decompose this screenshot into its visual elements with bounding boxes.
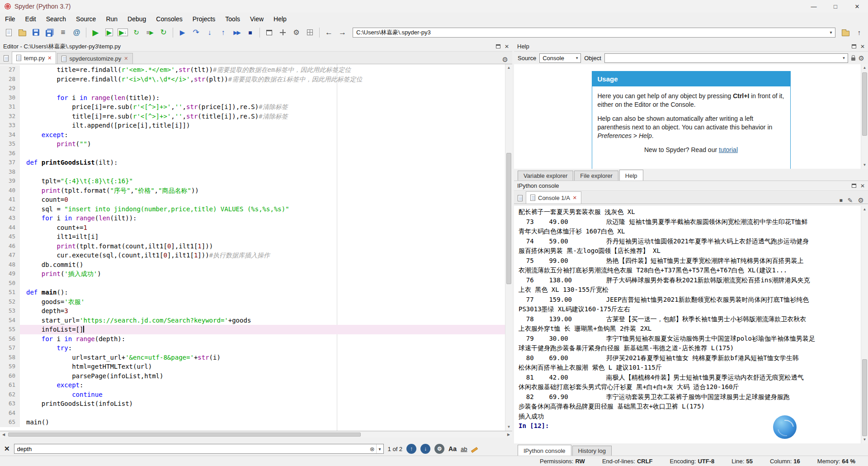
code-editor[interactable]: 27 title=re.findall(r'<em>.*</em>',str(t…: [0, 64, 512, 431]
close-tab-icon[interactable]: ✕: [47, 55, 52, 61]
close-pane-icon[interactable]: ✕: [505, 44, 509, 49]
object-combobox[interactable]: ▾: [604, 53, 848, 63]
tab-ipython-console[interactable]: IPython console: [518, 445, 571, 456]
scrollbar-thumb[interactable]: [862, 359, 867, 436]
maximize-pane-button[interactable]: [263, 26, 276, 39]
tab-file-explorer[interactable]: File explorer: [574, 171, 618, 181]
menu-item-edit[interactable]: Edit: [20, 13, 41, 25]
close-pane-icon[interactable]: ✕: [860, 44, 865, 49]
rerun-cell-button[interactable]: ↻: [130, 26, 143, 39]
scroll-up-icon[interactable]: ▲: [861, 206, 868, 213]
restart-kernel-button[interactable]: ↻: [157, 26, 170, 39]
step-return-button[interactable]: ↑: [217, 26, 230, 39]
run-cell-button[interactable]: ▶: [103, 26, 116, 39]
undock-icon[interactable]: [496, 44, 500, 48]
editor-horizontal-scrollbar[interactable]: ◀ ▶: [0, 431, 512, 437]
menu-item-file[interactable]: File: [0, 13, 20, 25]
find-previous-button[interactable]: ↑: [406, 444, 416, 454]
browse-working-directory-button[interactable]: [839, 26, 852, 39]
help-scrollbar[interactable]: ▲ ▼: [861, 64, 868, 169]
browse-tabs-button[interactable]: [514, 193, 526, 204]
menu-item-search[interactable]: Search: [41, 13, 71, 25]
scroll-right-icon[interactable]: ▶: [505, 432, 512, 437]
search-input[interactable]: [14, 446, 368, 452]
search-options-button[interactable]: ⚙: [434, 444, 444, 454]
scroll-down-icon[interactable]: ▼: [861, 436, 868, 443]
scroll-left-icon[interactable]: ◀: [0, 432, 7, 437]
print-button[interactable]: ≡: [57, 26, 70, 39]
open-file-button[interactable]: [16, 26, 29, 39]
inspect-icon[interactable]: ✎: [848, 197, 853, 204]
chevron-down-icon[interactable]: ▾: [827, 30, 835, 35]
help-options-icon[interactable]: ⚙: [859, 55, 864, 62]
menu-item-debug[interactable]: Debug: [123, 13, 151, 25]
undock-icon[interactable]: [852, 44, 856, 48]
undock-icon[interactable]: [852, 184, 856, 188]
source-select[interactable]: Console ▾: [539, 53, 581, 63]
fullscreen-button[interactable]: [276, 26, 289, 39]
scrollbar-thumb[interactable]: [8, 433, 361, 437]
menu-item-run[interactable]: Run: [101, 13, 123, 25]
interrupt-kernel-icon[interactable]: ■: [840, 198, 843, 203]
close-pane-icon[interactable]: ✕: [860, 183, 865, 189]
run-cell-advance-button[interactable]: ▶↓: [116, 26, 129, 39]
close-tab-icon[interactable]: ✕: [124, 56, 128, 62]
working-directory-combobox[interactable]: C:\Users\林嘉豪\.spyder-py3 ▾: [353, 28, 835, 38]
highlight-matches-button[interactable]: [471, 447, 478, 453]
scroll-up-icon[interactable]: ▲: [505, 64, 512, 71]
editor-pane-header[interactable]: Editor - C:\Users\林嘉豪\.spyder-py3\temp.p…: [0, 42, 512, 52]
search-history-dropdown-icon[interactable]: ▾: [376, 444, 383, 453]
save-button[interactable]: [29, 26, 42, 39]
menu-item-projects[interactable]: Projects: [188, 13, 221, 25]
menu-item-view[interactable]: View: [245, 13, 269, 25]
tab-variable-explorer[interactable]: Variable explorer: [518, 171, 573, 181]
whole-words-button[interactable]: ab: [461, 446, 467, 452]
search-field[interactable]: ⊗ ▾: [14, 444, 384, 454]
editor-options-icon[interactable]: ⚙: [502, 56, 508, 64]
menu-item-source[interactable]: Source: [71, 13, 101, 25]
menu-item-tools[interactable]: Tools: [220, 13, 245, 25]
debug-button[interactable]: ▶: [176, 26, 189, 39]
lock-icon[interactable]: [851, 57, 855, 61]
scroll-down-icon[interactable]: ▼: [861, 162, 868, 169]
scroll-down-icon[interactable]: ▼: [505, 423, 512, 431]
continue-button[interactable]: ▶▶: [230, 26, 243, 39]
back-button[interactable]: ←: [322, 26, 335, 39]
find-next-button[interactable]: ↓: [420, 444, 430, 454]
minimize-button[interactable]: —: [803, 0, 825, 13]
save-all-button[interactable]: [43, 26, 56, 39]
preferences-button[interactable]: ⚙: [290, 26, 303, 39]
menu-item-help[interactable]: Help: [269, 13, 292, 25]
step-into-button[interactable]: ↓: [203, 26, 216, 39]
menu-item-consoles[interactable]: Consoles: [151, 13, 187, 25]
browse-tabs-button[interactable]: [0, 53, 12, 64]
run-selection-button[interactable]: ≡▶: [143, 26, 156, 39]
console-pane-header[interactable]: IPython console ✕: [514, 181, 868, 191]
close-find-icon[interactable]: ✕: [4, 445, 10, 453]
tab-temp-py[interactable]: temp.py ✕: [12, 52, 56, 64]
tab-help[interactable]: Help: [619, 170, 643, 181]
console-scrollbar[interactable]: ▲ ▼: [861, 206, 868, 443]
console-output[interactable]: 配长裤子一套夏天男套装衣服 浅灰色 XL 73 49.00 欣迈隆 短袖t恤男夏…: [514, 206, 868, 443]
clear-search-icon[interactable]: ⊗: [368, 446, 376, 452]
forward-button[interactable]: →: [336, 26, 349, 39]
tab-console-1a[interactable]: Console 1/A ✕: [526, 191, 581, 204]
match-case-button[interactable]: Aa: [448, 445, 457, 452]
tab-spydercustomize-py[interactable]: spydercustomize.py ✕: [57, 53, 132, 64]
scroll-up-icon[interactable]: ▲: [861, 64, 868, 71]
python-path-button[interactable]: [303, 26, 316, 39]
close-tab-icon[interactable]: ✕: [573, 195, 577, 201]
console-options-icon[interactable]: ⚙: [858, 197, 864, 204]
close-button[interactable]: ✕: [846, 0, 868, 13]
step-over-button[interactable]: ↷: [189, 26, 203, 39]
maximize-button[interactable]: □: [825, 0, 846, 13]
run-button[interactable]: ▶: [89, 26, 102, 39]
help-pane-header[interactable]: Help ✕: [514, 42, 868, 52]
parent-directory-button[interactable]: ↑: [853, 26, 866, 39]
scrollbar-thumb[interactable]: [862, 72, 867, 136]
new-file-button[interactable]: [2, 26, 15, 39]
scrollbar-thumb[interactable]: [506, 153, 511, 284]
tutorial-link[interactable]: tutorial: [719, 146, 738, 153]
stop-debug-button[interactable]: ■: [244, 26, 257, 39]
editor-vertical-scrollbar[interactable]: ▲ ▼: [505, 64, 512, 431]
